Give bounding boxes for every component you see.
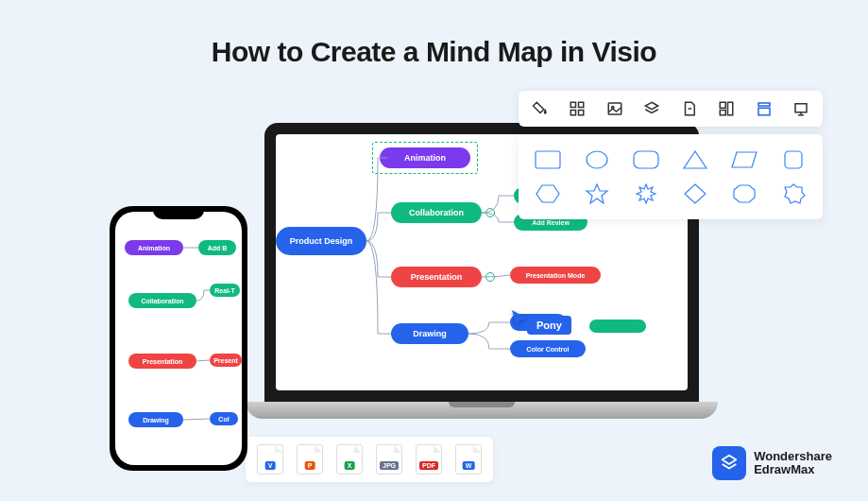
logo-line1: Wondershare — [754, 450, 832, 463]
shape-circle[interactable] — [581, 147, 613, 172]
phone-node-realt[interactable]: Real-T — [210, 284, 240, 297]
phone-mockup: Animation Add B Collaboration Real-T Pre… — [110, 206, 247, 471]
cursor-user-label: Pony — [527, 316, 571, 335]
phone-node-collab[interactable]: Collaboration — [128, 293, 196, 308]
pointer-cursor: Pony — [510, 308, 529, 333]
svg-rect-0 — [571, 102, 576, 107]
svg-rect-9 — [720, 111, 725, 115]
image-icon[interactable] — [606, 100, 623, 117]
svg-rect-10 — [758, 103, 770, 106]
phone-node-presmode[interactable]: Present — [210, 354, 242, 367]
shape-parallelogram[interactable] — [728, 147, 760, 172]
shape-palette — [519, 134, 823, 219]
layers-icon[interactable] — [643, 100, 660, 117]
shape-roundrect[interactable] — [630, 147, 662, 172]
phone-node-col[interactable]: Col — [210, 412, 238, 425]
shapes-icon[interactable] — [756, 100, 773, 117]
svg-rect-3 — [579, 111, 584, 115]
shape-star[interactable] — [581, 181, 613, 206]
shape-burst[interactable] — [630, 181, 662, 206]
file-jpg[interactable]: JPG — [376, 444, 402, 475]
phone-node-animation[interactable]: Animation — [125, 240, 183, 255]
shape-octagon[interactable] — [728, 181, 760, 206]
brand-logo: Wondershare EdrawMax — [712, 446, 832, 480]
shape-seal[interactable] — [777, 181, 809, 206]
layout-icon[interactable] — [718, 100, 735, 117]
svg-rect-11 — [758, 108, 770, 115]
svg-rect-17 — [634, 151, 658, 168]
presentation-icon[interactable] — [792, 100, 809, 117]
shape-square[interactable] — [777, 147, 809, 172]
phone-canvas: Animation Add B Collaboration Real-T Pre… — [115, 212, 242, 465]
svg-rect-7 — [720, 102, 725, 108]
file-ppt[interactable]: P — [297, 444, 323, 475]
add-node-icon[interactable] — [485, 272, 495, 282]
node-animation[interactable]: Animation — [380, 147, 470, 168]
shape-diamond[interactable] — [679, 181, 711, 206]
node-extra[interactable] — [589, 320, 646, 333]
add-node-icon[interactable] — [485, 208, 495, 217]
svg-rect-18 — [785, 151, 802, 168]
toolbar-panel — [519, 91, 823, 127]
logo-line2: EdrawMax — [754, 463, 832, 476]
svg-rect-15 — [536, 151, 560, 168]
phone-node-drawing[interactable]: Drawing — [128, 412, 183, 427]
node-collaboration[interactable]: Collaboration — [391, 202, 482, 223]
node-colorcontrol[interactable]: Color Control — [510, 340, 586, 357]
phone-node-addb[interactable]: Add B — [198, 240, 236, 255]
svg-rect-1 — [579, 102, 584, 107]
node-root[interactable]: Product Design — [276, 227, 366, 255]
logo-mark-icon — [712, 446, 746, 480]
svg-rect-2 — [571, 111, 576, 115]
shape-hexagon[interactable] — [532, 181, 564, 206]
shape-rect[interactable] — [532, 147, 564, 172]
laptop-base — [246, 402, 718, 419]
node-presmode[interactable]: Presentation Mode — [510, 267, 601, 284]
file-visio[interactable]: V — [257, 444, 283, 475]
file-excel[interactable]: X — [336, 444, 363, 475]
svg-point-16 — [587, 151, 607, 168]
grid-icon[interactable] — [569, 100, 586, 117]
file-pdf[interactable]: PDF — [416, 444, 442, 475]
export-file-bar: V P X JPG PDF W — [246, 437, 493, 482]
page-icon[interactable] — [681, 100, 698, 117]
phone-node-pres[interactable]: Presentation — [128, 354, 196, 369]
node-drawing[interactable]: Drawing — [391, 323, 468, 344]
svg-rect-8 — [728, 102, 733, 115]
page-title: How to Create a Mind Map in Visio — [0, 36, 868, 68]
file-word[interactable]: W — [455, 444, 482, 475]
node-presentation[interactable]: Presentation — [391, 267, 482, 287]
svg-rect-12 — [795, 104, 807, 112]
shape-triangle[interactable] — [679, 147, 711, 172]
fill-icon[interactable] — [532, 100, 549, 117]
